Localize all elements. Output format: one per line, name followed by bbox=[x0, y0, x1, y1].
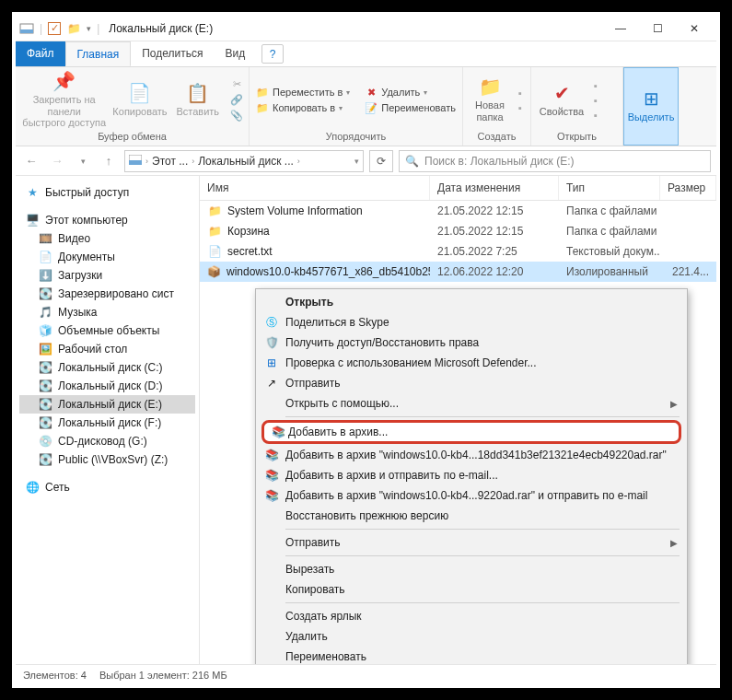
sidebar-item-diske[interactable]: 💽Локальный диск (E:) bbox=[19, 395, 195, 414]
recent-dropdown[interactable]: ▾ bbox=[73, 151, 93, 171]
cut-icon: ✂ bbox=[230, 78, 243, 90]
pc-icon: 🖥️ bbox=[25, 214, 40, 227]
sidebar-item-docs[interactable]: 📄Документы bbox=[19, 248, 195, 266]
cut-small[interactable]: ✂ bbox=[228, 77, 245, 91]
ctx-shortcut[interactable]: Создать ярлык bbox=[258, 606, 685, 626]
rename-button[interactable]: 📝Переименовать bbox=[363, 101, 458, 115]
search-input[interactable]: 🔍 Поиск в: Локальный диск (E:) bbox=[399, 150, 711, 172]
forward-button[interactable]: → bbox=[47, 151, 67, 171]
copy-button[interactable]: 📄Копировать bbox=[112, 71, 167, 130]
sidebar-item-network[interactable]: 🌐Сеть bbox=[19, 478, 195, 496]
docs-icon: 📄 bbox=[38, 251, 52, 263]
table-row[interactable]: 📄secret.txt 21.05.2022 7:25Текстовый док… bbox=[200, 241, 716, 262]
ctx-add-archive[interactable]: 📚Добавить в архив... bbox=[261, 420, 681, 444]
ctx-skype[interactable]: ⓈПоделиться в Skype bbox=[258, 312, 685, 332]
delete-button[interactable]: ✖Удалить ▾ bbox=[363, 86, 458, 99]
chevron-right-icon: ▶ bbox=[670, 538, 678, 548]
tab-file[interactable]: Файл bbox=[16, 41, 65, 66]
col-date[interactable]: Дата изменения bbox=[430, 176, 559, 200]
sidebar-item-public[interactable]: 💽Public (\\VBoxSvr) (Z:) bbox=[19, 450, 195, 469]
ctx-restore[interactable]: Восстановить прежнюю версию bbox=[258, 506, 685, 526]
ribbon-tabs: Файл Главная Поделиться Вид ? bbox=[16, 41, 716, 67]
ctx-open[interactable]: Открыть bbox=[258, 292, 685, 312]
tab-share[interactable]: Поделиться bbox=[131, 41, 214, 66]
ctx-defender[interactable]: ⊞Проверка с использованием Microsoft Def… bbox=[258, 353, 685, 373]
search-placeholder: Поиск в: Локальный диск (E:) bbox=[424, 155, 575, 168]
titlebar: | ✓ 📁 ▾ | Локальный диск (E:) — ☐ ✕ bbox=[16, 16, 716, 41]
copypath-icon: 🔗 bbox=[230, 94, 243, 106]
qat-dropdown[interactable]: ▾ bbox=[87, 24, 91, 33]
sidebar-item-3d[interactable]: 🧊Объемные объекты bbox=[19, 321, 195, 340]
ctx-rename[interactable]: Переименовать bbox=[258, 647, 685, 664]
copyto-button[interactable]: 📁Копировать в ▾ bbox=[254, 101, 352, 115]
pasteshortcut-small[interactable]: 📎 bbox=[228, 109, 245, 122]
paste-button[interactable]: 📋Вставить bbox=[171, 71, 225, 130]
up-button[interactable]: ↑ bbox=[99, 151, 119, 171]
ctx-access[interactable]: 🛡️Получить доступ/Восстановить права bbox=[258, 332, 685, 353]
checkbox-icon[interactable]: ✓ bbox=[48, 22, 61, 35]
sidebar-item-pc[interactable]: 🖥️Этот компьютер bbox=[19, 211, 195, 229]
ctx-add-rar-email[interactable]: 📚Добавить в архив "windows10.0-kb4...922… bbox=[258, 485, 685, 506]
table-row[interactable]: 📁System Volume Information 21.05.2022 12… bbox=[200, 201, 716, 221]
moveto-button[interactable]: 📁Переместить в ▾ bbox=[254, 86, 352, 99]
group-create-label: Создать bbox=[467, 131, 527, 144]
copypath-small[interactable]: 🔗 bbox=[228, 93, 245, 107]
sidebar-item-downloads[interactable]: ⬇️Загрузки bbox=[19, 266, 195, 285]
sidebar-item-desktop[interactable]: 🖼️Рабочий стол bbox=[19, 340, 195, 358]
select-icon: ⊞ bbox=[644, 88, 659, 110]
chevron-icon3[interactable]: › bbox=[297, 157, 300, 166]
sidebar-item-video[interactable]: 🎞️Видео bbox=[19, 229, 195, 248]
sidebar-item-diskf[interactable]: 💽Локальный диск (F:) bbox=[19, 414, 195, 432]
easyaccess-small[interactable]: ▪ bbox=[517, 101, 524, 114]
back-button[interactable]: ← bbox=[21, 151, 41, 171]
table-row[interactable]: 📁Корзина 21.05.2022 12:15Папка с файлами bbox=[200, 221, 716, 241]
col-type[interactable]: Тип bbox=[559, 176, 660, 200]
maximize-button[interactable]: ☐ bbox=[639, 18, 676, 39]
open-small[interactable]: ▪ bbox=[592, 79, 599, 92]
ctx-cut[interactable]: Вырезать bbox=[258, 559, 685, 579]
col-name[interactable]: Имя bbox=[200, 176, 430, 200]
newfolder-button[interactable]: 📁Новая папка bbox=[467, 71, 513, 130]
ctx-sendto[interactable]: Отправить▶ bbox=[258, 532, 685, 553]
minimize-button[interactable]: — bbox=[602, 18, 639, 39]
ctx-openwith[interactable]: Открыть с помощью...▶ bbox=[258, 393, 685, 414]
table-row-selected[interactable]: 📦windows10.0-kb4577671_x86_db5410b25 12.… bbox=[200, 262, 716, 282]
ctx-delete[interactable]: Удалить bbox=[258, 626, 685, 647]
addr-dropdown[interactable]: ▾ bbox=[354, 157, 359, 166]
properties-button[interactable]: ✔Свойства bbox=[535, 71, 588, 130]
sidebar-item-reserved[interactable]: 💽Зарезервировано сист bbox=[19, 285, 195, 303]
group-clipboard-label: Буфер обмена bbox=[19, 131, 245, 144]
downloads-icon: ⬇️ bbox=[38, 269, 52, 282]
tab-home[interactable]: Главная bbox=[65, 41, 132, 66]
close-button[interactable]: ✕ bbox=[676, 18, 713, 39]
sidebar-item-diskd[interactable]: 💽Локальный диск (D:) bbox=[19, 377, 195, 395]
sidebar-item-music[interactable]: 🎵Музыка bbox=[19, 303, 195, 321]
svg-rect-3 bbox=[129, 160, 142, 165]
edit-small[interactable]: ▪ bbox=[592, 94, 599, 107]
sidebar-item-diskc[interactable]: 💽Локальный диск (C:) bbox=[19, 358, 195, 377]
sidebar-item-cd[interactable]: 💿CD-дисковод (G:) bbox=[19, 432, 195, 450]
properties-icon: ✔ bbox=[554, 83, 570, 104]
drive-icon: 💽 bbox=[38, 379, 52, 392]
refresh-button[interactable]: ⟳ bbox=[369, 150, 393, 172]
help-button[interactable]: ? bbox=[261, 44, 284, 64]
sidebar-item-quick[interactable]: ★Быстрый доступ bbox=[19, 183, 195, 202]
address-bar[interactable]: › Этот ... › Локальный диск ... › ▾ bbox=[124, 150, 364, 172]
chevron-icon[interactable]: › bbox=[145, 157, 148, 166]
newitem-small[interactable]: ▪ bbox=[517, 87, 524, 99]
pin-button[interactable]: 📌Закрепить на панели быстрого доступа bbox=[19, 71, 109, 130]
crumb-disk[interactable]: Локальный диск ... bbox=[198, 155, 294, 168]
history-small[interactable]: ▪ bbox=[592, 109, 599, 122]
folder-icon[interactable]: 📁 bbox=[66, 21, 81, 36]
drive-icon bbox=[19, 21, 34, 36]
crumb-root[interactable]: Этот ... bbox=[152, 155, 188, 168]
tab-view[interactable]: Вид bbox=[214, 41, 256, 66]
ctx-copy[interactable]: Копировать bbox=[258, 579, 685, 600]
status-count: Элементов: 4 bbox=[23, 670, 87, 681]
ctx-add-email[interactable]: 📚Добавить в архив и отправить по e-mail.… bbox=[258, 465, 685, 485]
ctx-share[interactable]: ↗Отправить bbox=[258, 373, 685, 393]
col-size[interactable]: Размер bbox=[660, 176, 716, 200]
chevron-icon2[interactable]: › bbox=[192, 157, 194, 166]
select-button[interactable]: ⊞Выделить bbox=[628, 76, 674, 135]
ctx-add-rar[interactable]: 📚Добавить в архив "windows10.0-kb4...18d… bbox=[258, 445, 685, 465]
